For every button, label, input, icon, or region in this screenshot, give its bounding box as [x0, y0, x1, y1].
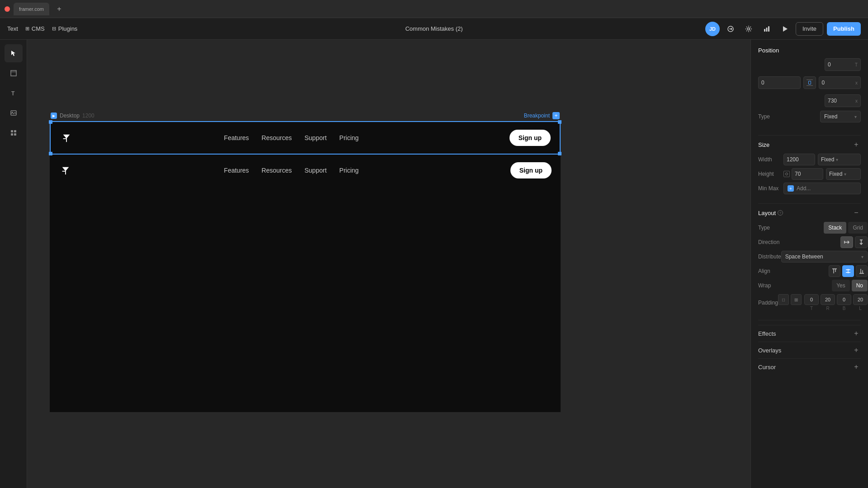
padding-r-label: R: [821, 306, 835, 311]
overlays-label: Overlays: [758, 347, 781, 354]
share-btn[interactable]: [723, 22, 738, 36]
layout-type-label: Type: [758, 225, 770, 231]
effects-row[interactable]: Effects +: [758, 325, 861, 342]
invite-button[interactable]: Invite: [796, 22, 823, 36]
cursor-row[interactable]: Cursor +: [758, 358, 861, 375]
layout-align-buttons: [829, 265, 868, 277]
overlays-row[interactable]: Overlays +: [758, 342, 861, 358]
padding-top-val[interactable]: 0: [804, 294, 819, 305]
resize-handle-br[interactable]: [558, 152, 561, 155]
cursor-plus-btn[interactable]: +: [852, 362, 861, 371]
position-type-row: Type Fixed ▾: [758, 111, 861, 122]
padding-right-val[interactable]: 20: [821, 294, 835, 305]
nav-link-pricing-2[interactable]: Pricing: [340, 167, 359, 174]
nav-link-features-2[interactable]: Features: [224, 167, 249, 174]
svg-point-1: [747, 28, 750, 30]
navbar-links-1: Features Resources Support Pricing: [224, 134, 359, 141]
height-value-input[interactable]: 70: [792, 168, 823, 180]
text-tool-sidebar[interactable]: T: [5, 84, 23, 102]
position-section: Position 0 T 0: [758, 47, 861, 126]
layout-distribute-value: Space Between: [785, 253, 823, 260]
user-avatar[interactable]: JD: [705, 22, 720, 36]
breakpoint-plus-btn[interactable]: +: [552, 112, 560, 119]
position-bottom-unit: x: [855, 99, 858, 103]
image-tool[interactable]: [5, 104, 23, 122]
layout-padding-label: Padding: [758, 300, 778, 306]
document-title: Common Mistakes (2): [405, 25, 462, 32]
layout-stack-btn[interactable]: Stack: [824, 222, 846, 234]
device-label: Desktop: [60, 113, 80, 119]
padding-icon-separate[interactable]: ⊞: [791, 294, 802, 305]
layout-distribute-row: Distribute Space Between ▾: [758, 251, 868, 263]
nav-link-support-1[interactable]: Support: [305, 134, 327, 141]
position-bottom-value: 730: [828, 98, 837, 104]
layout-grid-btn[interactable]: Grid: [848, 222, 868, 234]
new-tab-btn[interactable]: +: [53, 3, 66, 15]
signup-btn-1[interactable]: Sign up: [509, 130, 551, 146]
padding-left-val[interactable]: 20: [853, 294, 868, 305]
position-type-dropdown[interactable]: Fixed ▾: [820, 111, 861, 122]
layout-minus-btn[interactable]: −: [852, 208, 861, 217]
align-center-btn[interactable]: [842, 265, 854, 277]
size-section: Size + Width 1200 Fixed ▾ Height: [758, 140, 861, 194]
navbar-selected-container[interactable]: Features Resources Support Pricing Sign …: [50, 121, 561, 155]
layout-align-label: Align: [758, 268, 770, 274]
tool-plugins[interactable]: ⊟ Plugins: [52, 25, 78, 32]
width-value-input[interactable]: 1200: [783, 154, 815, 165]
frame-tool[interactable]: [5, 64, 23, 82]
signup-btn-2[interactable]: Sign up: [510, 162, 552, 178]
height-link-btn[interactable]: [783, 171, 790, 177]
position-left-input[interactable]: 0: [758, 76, 801, 89]
nav-link-features-1[interactable]: Features: [224, 134, 249, 141]
layout-align-row: Align: [758, 265, 868, 277]
layout-dir-horizontal-btn[interactable]: [840, 236, 853, 248]
position-top-input[interactable]: 0 T: [825, 58, 861, 71]
width-type-dropdown[interactable]: Fixed ▾: [818, 154, 861, 165]
divider-1: [758, 135, 861, 136]
tool-cms[interactable]: ⊞ CMS: [25, 25, 45, 32]
position-top-unit: T: [855, 62, 858, 67]
overlays-plus-btn[interactable]: +: [852, 346, 861, 355]
size-plus-btn[interactable]: +: [852, 140, 861, 149]
minmax-label: Min Max: [758, 185, 781, 192]
tool-text[interactable]: Text: [7, 25, 18, 32]
minmax-add-btn[interactable]: + Add...: [783, 183, 861, 194]
padding-bottom-val[interactable]: 0: [837, 294, 851, 305]
wrap-no-btn[interactable]: No: [852, 280, 868, 291]
canvas-area[interactable]: ▶ Desktop 1200 Breakpoint +: [27, 40, 750, 488]
height-label: Height: [758, 171, 781, 177]
layout-info-icon[interactable]: ?: [778, 210, 783, 216]
nav-link-support-2[interactable]: Support: [305, 167, 327, 174]
settings-btn[interactable]: [741, 22, 756, 36]
chevron-down-icon-dist: ▾: [861, 254, 863, 259]
layout-dir-vertical-btn[interactable]: [855, 236, 868, 248]
tab-close-btn[interactable]: [5, 6, 10, 12]
position-type-value: Fixed: [824, 113, 837, 120]
publish-button[interactable]: Publish: [827, 22, 861, 36]
preview-btn[interactable]: [778, 22, 792, 36]
align-bottom-btn[interactable]: [856, 265, 868, 277]
resize-handle-bl[interactable]: [49, 152, 52, 155]
right-panel: Position 0 T 0: [750, 40, 868, 488]
nav-link-pricing-1[interactable]: Pricing: [340, 134, 359, 141]
padding-icon-all[interactable]: □: [778, 294, 789, 305]
nav-link-resources-2[interactable]: Resources: [262, 167, 292, 174]
resize-handle-tl[interactable]: [49, 120, 52, 124]
padding-t-label: T: [804, 306, 819, 311]
component-tool[interactable]: [5, 124, 23, 142]
browser-tab[interactable]: framer.com: [14, 3, 49, 15]
align-top-btn[interactable]: [829, 265, 840, 277]
wrap-yes-btn[interactable]: Yes: [832, 280, 850, 291]
analytics-btn[interactable]: [760, 22, 774, 36]
navbar-logo-2: [59, 164, 72, 177]
position-middle-row: 0 0 x: [758, 76, 861, 89]
resize-handle-tr[interactable]: [558, 120, 561, 124]
select-tool[interactable]: [5, 44, 23, 62]
layout-distribute-dropdown[interactable]: Space Between ▾: [781, 251, 868, 263]
position-center-icon[interactable]: [803, 76, 816, 89]
position-right-input[interactable]: 0 x: [819, 76, 861, 89]
nav-link-resources-1[interactable]: Resources: [262, 134, 292, 141]
height-type-dropdown[interactable]: Fixed ▾: [826, 168, 861, 180]
position-bottom-input[interactable]: 730 x: [825, 94, 861, 107]
effects-plus-btn[interactable]: +: [852, 329, 861, 338]
